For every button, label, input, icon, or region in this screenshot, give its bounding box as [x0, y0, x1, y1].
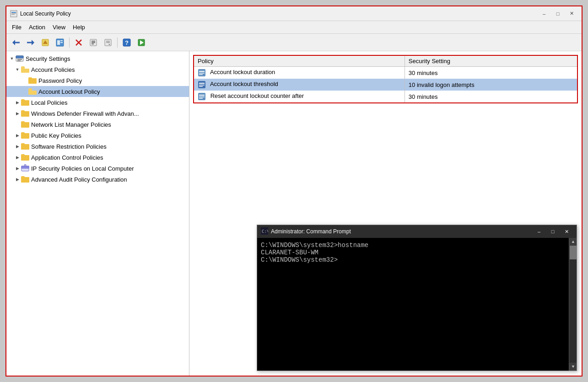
cmd-controls: – □ ✕ — [533, 227, 573, 236]
tree-label-security-settings: Security Settings — [26, 55, 70, 62]
menu-view[interactable]: View — [49, 22, 69, 32]
toolbar: ? — [6, 34, 582, 51]
svg-rect-38 — [199, 74, 203, 75]
help-button[interactable]: ? — [120, 36, 134, 49]
tree-item-account-policies[interactable]: ▼ Account Policies — [6, 64, 189, 75]
network-list-icon — [21, 120, 29, 129]
table-row[interactable]: Account lockout duration 30 minutes — [194, 67, 577, 79]
expand-account-policies[interactable]: ▼ — [14, 66, 21, 73]
svg-rect-1 — [11, 12, 16, 13]
svg-rect-2 — [11, 13, 16, 14]
expand-advanced-audit[interactable]: ▶ — [14, 176, 21, 183]
cmd-maximize[interactable]: □ — [546, 227, 559, 236]
cmd-body[interactable]: C:\WINDOWS\system32>hostname CLARANET-SB… — [257, 238, 577, 371]
tree-item-application-control[interactable]: ▶ Application Control Policies — [6, 152, 189, 163]
tree-view: ▼ Security Settings ▼ — [6, 51, 189, 187]
table-row[interactable]: Account lockout threshold 10 invalid log… — [194, 79, 577, 91]
table-header-row: Policy Security Setting — [194, 56, 577, 67]
menu-file[interactable]: File — [8, 22, 25, 32]
expand-public-key[interactable]: ▶ — [14, 132, 21, 139]
svg-rect-45 — [199, 97, 205, 97]
toolbar-sep-2 — [117, 38, 118, 48]
svg-text:C:\: C:\ — [262, 229, 268, 234]
scrollbar-thumb[interactable] — [570, 246, 577, 259]
policy-setting-1: 30 minutes — [405, 67, 577, 79]
local-policies-icon — [21, 98, 29, 107]
tree-item-account-lockout[interactable]: ▶ Account Lockout Policy — [6, 86, 189, 97]
tree-item-software-restriction[interactable]: ▶ Software Restriction Policies — [6, 141, 189, 152]
main-content: ▼ Security Settings ▼ — [6, 51, 582, 376]
svg-rect-7 — [27, 42, 32, 43]
cmd-close[interactable]: ✕ — [560, 227, 573, 236]
delete-button[interactable] — [72, 36, 86, 49]
import-button[interactable] — [101, 36, 115, 49]
menu-action[interactable]: Action — [25, 22, 49, 32]
policy-row-icon-2 — [198, 81, 206, 89]
policy-name-cell: Account lockout threshold — [194, 79, 405, 91]
cmd-line-2: CLARANET-SBU-WM — [261, 249, 573, 256]
tree-item-password-policy[interactable]: ▶ Password Policy — [6, 75, 189, 86]
policy-row-icon-3 — [198, 92, 206, 101]
policy-name-3: Reset account lockout counter after — [210, 92, 304, 99]
table-row[interactable]: Reset account lockout counter after 30 m… — [194, 91, 577, 102]
tree-item-local-policies[interactable]: ▶ Local Policies — [6, 97, 189, 108]
tree-label-network-list: Network List Manager Policies — [31, 121, 111, 128]
tree-label-password-policy: Password Policy — [38, 77, 82, 84]
show-hide-button[interactable] — [53, 36, 67, 49]
ip-security-icon — [21, 164, 29, 172]
window-title: Local Security Policy — [20, 11, 538, 17]
scrollbar-up[interactable]: ▲ — [569, 238, 577, 246]
expand-ip-security[interactable]: ▶ — [14, 165, 21, 172]
expand-security[interactable]: ▼ — [8, 55, 16, 62]
tree-label-application-control: Application Control Policies — [31, 154, 103, 161]
password-policy-icon — [28, 76, 37, 85]
forward-button[interactable] — [24, 36, 38, 49]
close-button[interactable]: ✕ — [565, 9, 578, 18]
tree-item-public-key[interactable]: ▶ Public Key Policies — [6, 130, 189, 141]
expand-windows-defender[interactable]: ▶ — [14, 110, 21, 117]
scrollbar-down[interactable]: ▼ — [569, 363, 577, 371]
cmd-icon: C:\ — [261, 227, 268, 236]
policy-setting-3: 30 minutes — [405, 91, 577, 102]
col-policy-header: Policy — [194, 56, 405, 67]
svg-rect-11 — [57, 40, 60, 45]
svg-rect-12 — [60, 40, 63, 41]
tree-label-software-restriction: Software Restriction Policies — [31, 143, 107, 150]
policy-name-1: Account lockout duration — [210, 69, 275, 75]
tree-item-windows-defender[interactable]: ▶ Windows Defender Firewall with Advan..… — [6, 108, 189, 119]
svg-rect-37 — [199, 73, 205, 74]
up-button[interactable] — [38, 36, 52, 49]
title-bar: Local Security Policy – □ ✕ — [6, 6, 582, 21]
minimize-button[interactable]: – — [538, 9, 550, 18]
back-button[interactable] — [9, 36, 23, 49]
tree-item-ip-security[interactable]: ▶ IP Security Policies on Local Computer — [6, 163, 189, 174]
account-lockout-icon — [28, 87, 37, 96]
expand-local-policies[interactable]: ▶ — [14, 99, 21, 106]
application-control-icon — [21, 153, 29, 161]
svg-rect-46 — [199, 98, 203, 99]
security-settings-icon — [16, 54, 24, 63]
cmd-minimize[interactable]: – — [533, 227, 545, 236]
svg-rect-42 — [199, 86, 203, 87]
expand-software-restriction[interactable]: ▶ — [14, 143, 21, 150]
run-button[interactable] — [135, 36, 148, 49]
export-button[interactable] — [86, 36, 100, 49]
svg-rect-36 — [199, 71, 205, 72]
svg-rect-33 — [22, 166, 29, 168]
col-security-header: Security Setting — [405, 56, 577, 67]
tree-label-account-lockout: Account Lockout Policy — [38, 88, 100, 95]
maximize-button[interactable]: □ — [551, 9, 564, 18]
tree-label-advanced-audit: Advanced Audit Policy Configuration — [31, 176, 127, 183]
policy-table: Policy Security Setting — [194, 56, 577, 102]
tree-item-advanced-audit[interactable]: ▶ Advanced Audit Policy Configuration — [6, 174, 189, 185]
policy-name-cell: Account lockout duration — [194, 67, 405, 79]
svg-rect-41 — [199, 85, 205, 86]
menu-help[interactable]: Help — [69, 22, 89, 32]
svg-rect-30 — [17, 59, 22, 60]
software-restriction-icon — [21, 142, 29, 151]
expand-application-control[interactable]: ▶ — [14, 154, 21, 161]
cmd-titlebar: C:\ Administrator: Command Prompt – □ ✕ — [257, 225, 577, 238]
cmd-scrollbar[interactable]: ▲ ▼ — [569, 238, 577, 371]
tree-item-network-list[interactable]: ▶ Network List Manager Policies — [6, 119, 189, 130]
tree-item-security-settings[interactable]: ▼ Security Settings — [6, 53, 189, 64]
